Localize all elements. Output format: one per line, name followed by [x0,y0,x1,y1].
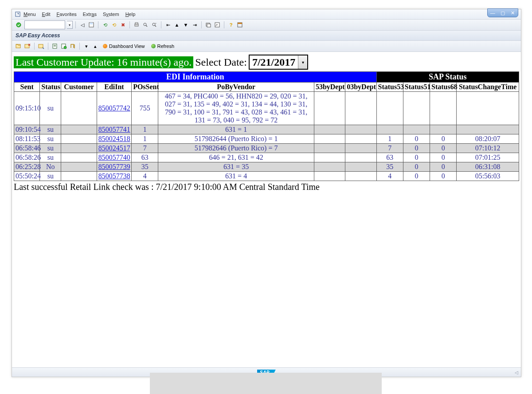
svg-rect-5 [135,23,138,24]
group-header-edi: EDI Information [14,72,377,83]
exit-icon[interactable]: ⟲ [110,21,118,29]
column-header-row: Sent Status Customer EdiInt POsSent PoBy… [14,83,519,92]
svg-point-1 [16,23,21,27]
last-check-note: Last successful Retail Link check was : … [14,182,519,192]
svg-rect-20 [39,44,43,48]
enter-icon[interactable] [15,21,23,29]
select-date-label: Select Date: [195,56,247,68]
date-value: 7/21/2017 [250,56,298,68]
ediint-link[interactable]: 850057742 [98,104,130,112]
menu-bar: Menu Edit Favorites Extras System Help [12,9,521,20]
layout-icon[interactable] [236,21,244,29]
find-next-icon[interactable]: + [150,21,158,29]
shortcut-icon[interactable] [213,21,221,29]
prev-page-icon[interactable]: ▲ [173,21,181,29]
table-row: 05:50:24su8500577384631 = 440005:56:03 [14,172,519,181]
last-update-banner: Last Customer Update: 16 minute(s) ago. [14,56,193,68]
create-role-icon[interactable] [51,42,59,50]
fav-add-icon[interactable] [15,42,23,50]
expand-icon[interactable]: ▴ [91,42,99,50]
table-row: 08:11:53su8500245181517982644 (Puerto Ri… [14,134,519,144]
help-icon[interactable]: ? [227,21,235,29]
section-title: SAP Easy Access [12,31,521,41]
ediint-link[interactable]: 850057741 [98,126,130,133]
documentation-icon[interactable] [69,42,77,50]
menu-help[interactable]: Help [125,12,136,17]
dashboard-content: Last Customer Update: 16 minute(s) ago. … [12,52,521,367]
window-controls: — ▢ ✕ [487,8,518,17]
refresh-dot-icon [151,44,156,48]
menu-icon[interactable] [15,11,21,17]
menu-favorites[interactable]: Favorites [57,12,77,17]
svg-line-7 [146,25,147,27]
table-row: 09:10:54su8500577411631 = 1 [14,125,519,134]
ediint-link[interactable]: 850057739 [98,163,130,170]
close-button[interactable]: ✕ [510,10,516,16]
app-toolbar: ▾ ▴ Dashboard View Refresh [12,41,521,52]
menu-extras[interactable]: Extras [83,12,97,17]
next-page-icon[interactable]: ▼ [182,21,190,29]
date-dropdown-icon[interactable]: ▾ [298,55,307,69]
group-header-sap: SAP Status [376,72,519,83]
first-page-icon[interactable]: ⇤ [164,21,172,29]
other-menu-icon[interactable] [37,42,45,50]
minimize-button[interactable]: — [489,10,496,16]
ediint-link[interactable]: 850057740 [98,154,130,161]
find-icon[interactable] [141,21,149,29]
refresh-button[interactable]: Refresh [149,42,177,50]
command-field[interactable] [24,20,65,29]
svg-rect-4 [135,24,138,26]
svg-line-9 [155,25,156,27]
last-page-icon[interactable]: ⇥ [191,21,199,29]
svg-rect-15 [238,23,242,24]
ediint-link[interactable]: 850024518 [98,135,130,142]
sap-main-window: — ▢ ✕ Menu Edit Favorites Extras System … [12,9,521,377]
svg-point-25 [64,46,66,49]
date-picker[interactable]: 7/21/2017 ▾ [249,55,308,70]
standard-toolbar: ▾ ◁ ⟲ ⟲ ✖ + ⇤ ▲ ▼ ⇥ ? [12,20,521,31]
save-icon[interactable] [87,21,95,29]
ediint-link[interactable]: 850024517 [98,144,130,152]
menu-edit[interactable]: Edit [42,12,51,17]
table-row: 09:15:10su850057742755467 = 34, PHC400 =… [14,92,519,125]
svg-text:+: + [155,22,156,24]
ediint-link[interactable]: 850057738 [98,172,130,180]
fav-del-icon[interactable] [23,42,31,50]
table-row: 06:25:28No85005773935631 = 35350006:31:0… [14,162,519,172]
table-row: 06:58:46su8500245177517982646 (Puerto Ri… [14,144,519,153]
back-icon[interactable]: ◁ [78,21,86,29]
cancel-icon[interactable]: ✖ [119,21,127,29]
assign-users-icon[interactable] [60,42,68,50]
statusbar-handle-icon[interactable]: ◁ [515,370,518,375]
dashboard-view-button[interactable]: Dashboard View [100,42,148,50]
svg-rect-17 [25,44,29,48]
new-session-icon[interactable] [204,21,212,29]
svg-rect-12 [207,24,211,27]
menu-menu[interactable]: Menu [23,12,36,17]
edi-table: EDI Information SAP Status Sent Status C… [14,71,519,181]
back-arrow-icon[interactable]: ⟲ [101,21,109,29]
dashboard-dot-icon [103,44,107,48]
table-row: 06:58:26su85005774063646 = 21, 631 = 426… [14,153,519,162]
svg-rect-3 [90,23,93,24]
maximize-button[interactable]: ▢ [500,10,506,16]
menu-system[interactable]: System [103,12,119,17]
command-dropdown[interactable]: ▾ [67,21,73,29]
monitor-base-graphic [150,373,382,394]
print-icon[interactable] [133,21,141,29]
collapse-icon[interactable]: ▾ [82,42,90,50]
